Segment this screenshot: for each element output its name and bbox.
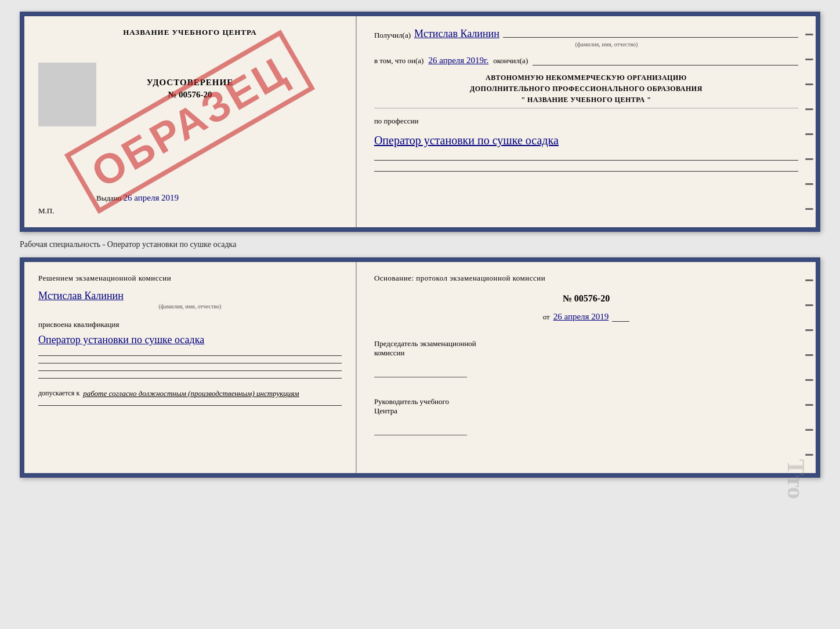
cert-top-right: Получил(а) Мстислав Калинин (фамилия, им…: [357, 16, 816, 227]
specialty-label: Рабочая специальность - Оператор установ…: [20, 238, 820, 252]
cert2-person-name: Мстислав Калинин: [38, 290, 342, 302]
photo-placeholder: [38, 63, 96, 126]
spine-marks-top: [805, 16, 816, 227]
head-signature: [374, 424, 467, 435]
issued-date: 26 апреля 2019: [124, 193, 179, 202]
cert-issued: Выдано 26 апреля 2019: [38, 181, 179, 203]
cert-bottom-right: Основание: протокол экзаменационной коми…: [357, 262, 816, 473]
spine-mark: [805, 304, 813, 306]
head-label: Руководитель учебного Центра: [374, 397, 798, 416]
spine-mark: [805, 83, 813, 85]
decision-line: Решением экзаменационной комиссии: [38, 274, 342, 283]
protocol-number: № 00576-20: [374, 293, 798, 304]
spine-mark: [805, 354, 813, 356]
head-label-1: Руководитель учебного: [374, 397, 798, 406]
cert2-qualification: Оператор установки по сушке осадка: [38, 334, 342, 348]
recipient-name: Мстислав Калинин: [414, 28, 499, 40]
in-that-prefix: в том, что он(а): [374, 56, 424, 66]
date-prefix: от: [543, 312, 550, 322]
spine-mark: [805, 133, 813, 135]
spine-mark: [805, 454, 813, 456]
cert2-name-sublabel: (фамилия, имя, отчество): [38, 303, 342, 310]
spine-mark: [805, 34, 813, 35]
spine-mark: [805, 379, 813, 381]
head-label-2: Центра: [374, 406, 798, 416]
cert2-sep-5: [38, 405, 342, 406]
spine-mark: [805, 183, 813, 185]
chairman-label-2: комиссии: [374, 348, 798, 358]
spine-mark: [805, 279, 813, 281]
mp-label: М.П.: [38, 206, 54, 216]
cert2-date: 26 апреля 2019: [553, 312, 609, 322]
allowed-row: допускается к работе согласно должностны…: [38, 389, 342, 398]
allowed-prefix: допускается к: [38, 389, 79, 398]
org-line1: АВТОНОМНУЮ НЕКОММЕРЧЕСКУЮ ОРГАНИЗАЦИЮ: [374, 74, 798, 82]
spine-mark: [805, 404, 813, 406]
name-sublabel-1: (фамилия, имя, отчество): [374, 41, 798, 48]
allowed-text: работе согласно должностным (производств…: [83, 389, 299, 398]
spine-mark: [805, 329, 813, 331]
cert2-sep-3: [38, 370, 342, 371]
spine-mark: [805, 158, 813, 160]
cert-top-title: НАЗВАНИЕ УЧЕБНОГО ЦЕНТРА: [123, 28, 257, 37]
org-line3: " НАЗВАНИЕ УЧЕБНОГО ЦЕНТРА ": [374, 96, 798, 104]
chairman-label: Председатель экзаменационной комиссии: [374, 339, 798, 358]
spine-marks-bottom: [805, 262, 816, 473]
in-that-date: 26 апреля 2019г.: [428, 56, 488, 66]
chairman-signature: [374, 366, 467, 377]
cert-top-left: НАЗВАНИЕ УЧЕБНОГО ЦЕНТРА ОБРАЗЕЦ УДОСТОВ…: [24, 16, 357, 227]
spine-mark: [805, 59, 813, 60]
cert-doc-number: № 00576-20: [168, 90, 212, 100]
finished-label: окончил(а): [493, 56, 528, 66]
spine-mark: [805, 429, 813, 431]
certificate-bottom: Решением экзаменационной комиссии Мстисл…: [20, 257, 820, 478]
document-container: НАЗВАНИЕ УЧЕБНОГО ЦЕНТРА ОБРАЗЕЦ УДОСТОВ…: [20, 12, 820, 478]
certificate-top: НАЗВАНИЕ УЧЕБНОГО ЦЕНТРА ОБРАЗЕЦ УДОСТОВ…: [20, 12, 820, 232]
tto-watermark: Тто: [782, 459, 810, 499]
profession-prefix: по профессии: [374, 117, 798, 126]
cert-bottom-left: Решением экзаменационной комиссии Мстисл…: [24, 262, 357, 473]
profession-value: Оператор установки по сушке осадка: [374, 134, 798, 150]
cert2-sep-4: [38, 378, 342, 379]
chairman-label-1: Председатель экзаменационной: [374, 339, 798, 348]
issued-label: Выдано: [96, 194, 121, 202]
cert2-sep-2: [38, 363, 342, 363]
assigned-label: присвоена квалификация: [38, 320, 342, 329]
cert-doc-title: УДОСТОВЕРЕНИЕ: [147, 78, 234, 88]
sep-1: [374, 160, 798, 161]
received-prefix: Получил(а): [374, 31, 411, 40]
basis-label: Основание: протокол экзаменационной коми…: [374, 274, 798, 283]
spine-mark: [805, 108, 813, 110]
spine-mark: [805, 208, 813, 210]
org-line2: ДОПОЛНИТЕЛЬНОГО ПРОФЕССИОНАЛЬНОГО ОБРАЗО…: [374, 85, 798, 93]
cert2-sep-1: [38, 355, 342, 356]
sep-2: [374, 171, 798, 172]
